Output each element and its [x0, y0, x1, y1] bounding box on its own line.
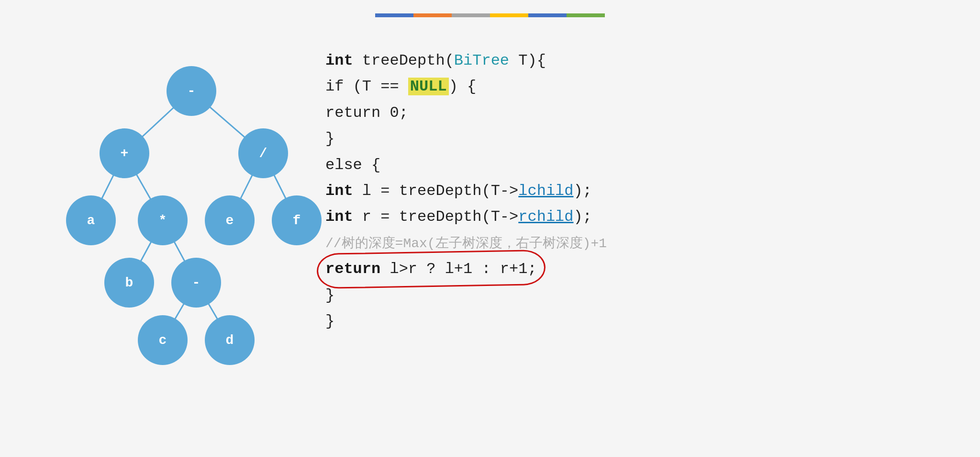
- tree-svg: -+/a*efb-cd: [29, 48, 354, 374]
- code-line: int r = treeDepth(T->rchild);: [325, 204, 961, 230]
- tree-node: *: [138, 195, 188, 245]
- color-bar: [0, 13, 980, 17]
- tree-node: c: [138, 315, 188, 365]
- tree-node: /: [238, 128, 288, 178]
- tree-node: +: [100, 128, 149, 178]
- code-part: int: [325, 52, 353, 69]
- code-expression: l>r ? l+1 : r+1;: [380, 260, 536, 278]
- code-part: );: [573, 182, 591, 200]
- color-bar-segment: [413, 13, 452, 17]
- code-part: r = treeDepth(T->: [353, 208, 519, 226]
- code-part: else {: [325, 156, 380, 174]
- code-part: l = treeDepth(T->: [353, 182, 519, 200]
- code-line: else {: [325, 152, 961, 178]
- node-label: -: [188, 84, 196, 99]
- tree-node: d: [205, 315, 255, 365]
- node-label: a: [87, 213, 95, 228]
- code-part: if (T ==: [325, 78, 408, 95]
- code-line: return l>r ? l+1 : r+1;: [325, 256, 961, 282]
- keyword-return: return: [325, 260, 380, 278]
- code-line: int l = treeDepth(T->lchild);: [325, 178, 961, 204]
- code-line: }: [325, 283, 961, 308]
- color-bar-segment: [375, 13, 413, 17]
- tree-node: a: [66, 195, 116, 245]
- node-label: +: [121, 146, 129, 161]
- code-part: //树的深度=Max(左子树深度，右子树深度)+1: [325, 236, 607, 251]
- tree-node: b: [104, 258, 154, 308]
- color-bar-segment: [490, 13, 528, 17]
- node-label: d: [226, 333, 234, 348]
- tree-node: -: [171, 258, 221, 308]
- node-label: f: [293, 213, 301, 228]
- tree-area: -+/a*efb-cd: [29, 48, 354, 393]
- code-part: ) {: [449, 78, 477, 95]
- code-line: }: [325, 126, 961, 152]
- code-part: int: [325, 182, 353, 200]
- code-part: rchild: [518, 208, 573, 226]
- code-part: );: [573, 208, 591, 226]
- code-part: }: [325, 286, 334, 304]
- node-label: -: [192, 275, 200, 290]
- code-part: lchild: [518, 182, 573, 200]
- code-line: if (T == NULL) {: [325, 74, 961, 100]
- node-label: c: [159, 333, 167, 348]
- code-line: //树的深度=Max(左子树深度，右子树深度)+1: [325, 230, 961, 256]
- code-part: treeDepth(: [353, 52, 454, 69]
- code-part: }: [325, 312, 334, 330]
- tree-node: -: [167, 66, 216, 116]
- code-area: int treeDepth(BiTree T){ if (T == NULL) …: [325, 48, 961, 334]
- node-label: /: [259, 146, 267, 161]
- node-label: b: [125, 275, 134, 290]
- color-bar-segment: [528, 13, 567, 17]
- tree-node: e: [205, 195, 255, 245]
- tree-node: f: [272, 195, 322, 245]
- code-part: BiTree: [454, 52, 509, 69]
- title-area: [0, 0, 980, 17]
- node-label: e: [226, 213, 234, 228]
- code-part: int: [325, 208, 353, 226]
- highlighted-return-line: return l>r ? l+1 : r+1;: [325, 256, 537, 282]
- color-bar-segment: [452, 13, 490, 17]
- code-part: return 0;: [325, 104, 408, 122]
- code-line: }: [325, 308, 961, 334]
- code-text: return l>r ? l+1 : r+1;: [325, 260, 537, 278]
- code-line: return 0;: [325, 100, 961, 126]
- code-part: NULL: [408, 78, 449, 95]
- code-line: int treeDepth(BiTree T){: [325, 48, 961, 74]
- code-part: T){: [509, 52, 546, 69]
- color-bar-segment: [567, 13, 605, 17]
- code-part: }: [325, 130, 334, 148]
- node-label: *: [159, 213, 167, 228]
